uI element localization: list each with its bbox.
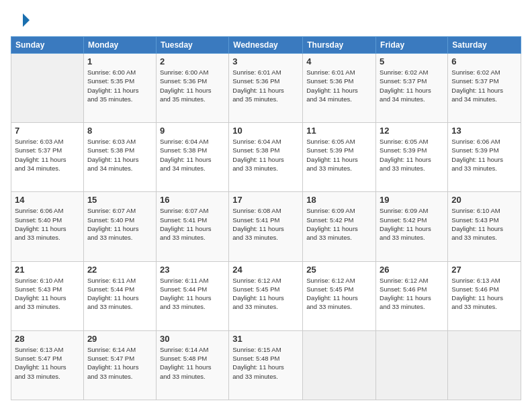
calendar-cell: 27Sunrise: 6:13 AM Sunset: 5:46 PM Dayli…: [448, 261, 521, 330]
day-number: 12: [380, 126, 444, 136]
calendar-cell: 13Sunrise: 6:06 AM Sunset: 5:39 PM Dayli…: [448, 123, 521, 192]
week-row-5: 28Sunrise: 6:13 AM Sunset: 5:47 PM Dayli…: [11, 330, 521, 400]
calendar-cell: 31Sunrise: 6:15 AM Sunset: 5:48 PM Dayli…: [229, 330, 303, 400]
calendar-table: SundayMondayTuesdayWednesdayThursdayFrid…: [11, 36, 521, 400]
day-number: 19: [380, 195, 444, 205]
weekday-friday: Friday: [376, 37, 448, 54]
day-info: Sunrise: 6:12 AM Sunset: 5:46 PM Dayligh…: [380, 276, 444, 312]
calendar-cell: 5Sunrise: 6:02 AM Sunset: 5:37 PM Daylig…: [376, 54, 448, 123]
day-info: Sunrise: 6:15 AM Sunset: 5:48 PM Dayligh…: [232, 345, 299, 381]
calendar-cell: 1Sunrise: 6:00 AM Sunset: 5:35 PM Daylig…: [83, 54, 156, 123]
day-number: 14: [15, 195, 80, 205]
day-info: Sunrise: 6:01 AM Sunset: 5:36 PM Dayligh…: [306, 68, 372, 103]
day-number: 25: [306, 265, 372, 275]
day-info: Sunrise: 6:06 AM Sunset: 5:39 PM Dayligh…: [451, 137, 517, 173]
calendar-cell: 7Sunrise: 6:03 AM Sunset: 5:37 PM Daylig…: [11, 123, 84, 192]
day-info: Sunrise: 6:00 AM Sunset: 5:36 PM Dayligh…: [160, 68, 225, 103]
day-number: 8: [87, 126, 152, 136]
calendar-cell: 6Sunrise: 6:02 AM Sunset: 5:37 PM Daylig…: [448, 54, 521, 123]
calendar-cell: 26Sunrise: 6:12 AM Sunset: 5:46 PM Dayli…: [376, 261, 448, 330]
day-number: 28: [15, 334, 80, 344]
calendar-cell: 18Sunrise: 6:09 AM Sunset: 5:42 PM Dayli…: [303, 192, 376, 261]
day-info: Sunrise: 6:09 AM Sunset: 5:42 PM Dayligh…: [380, 206, 444, 242]
day-info: Sunrise: 6:03 AM Sunset: 5:38 PM Dayligh…: [87, 137, 152, 173]
logo: [11, 11, 32, 30]
day-info: Sunrise: 6:04 AM Sunset: 5:38 PM Dayligh…: [232, 137, 299, 173]
day-number: 27: [451, 265, 517, 275]
calendar-cell: 24Sunrise: 6:12 AM Sunset: 5:45 PM Dayli…: [229, 261, 303, 330]
calendar-cell: [448, 330, 521, 400]
day-number: 16: [160, 195, 225, 205]
calendar-cell: 12Sunrise: 6:05 AM Sunset: 5:39 PM Dayli…: [376, 123, 448, 192]
day-number: 23: [160, 265, 225, 275]
day-number: 17: [232, 195, 299, 205]
day-info: Sunrise: 6:01 AM Sunset: 5:36 PM Dayligh…: [232, 68, 299, 103]
svg-marker-0: [23, 13, 30, 27]
calendar-cell: 25Sunrise: 6:12 AM Sunset: 5:45 PM Dayli…: [303, 261, 376, 330]
day-number: 5: [380, 56, 444, 66]
day-info: Sunrise: 6:00 AM Sunset: 5:35 PM Dayligh…: [87, 68, 152, 103]
calendar-cell: 10Sunrise: 6:04 AM Sunset: 5:38 PM Dayli…: [229, 123, 303, 192]
day-number: 21: [15, 265, 80, 275]
weekday-tuesday: Tuesday: [156, 37, 228, 54]
day-info: Sunrise: 6:03 AM Sunset: 5:37 PM Dayligh…: [15, 137, 80, 173]
day-number: 2: [160, 56, 225, 66]
day-info: Sunrise: 6:14 AM Sunset: 5:48 PM Dayligh…: [160, 345, 225, 381]
day-info: Sunrise: 6:07 AM Sunset: 5:41 PM Dayligh…: [160, 206, 225, 242]
week-row-2: 7Sunrise: 6:03 AM Sunset: 5:37 PM Daylig…: [11, 123, 521, 192]
day-info: Sunrise: 6:05 AM Sunset: 5:39 PM Dayligh…: [306, 137, 372, 173]
day-info: Sunrise: 6:11 AM Sunset: 5:44 PM Dayligh…: [160, 276, 225, 312]
calendar-cell: 3Sunrise: 6:01 AM Sunset: 5:36 PM Daylig…: [229, 54, 303, 123]
day-number: 4: [306, 56, 372, 66]
day-number: 22: [87, 265, 152, 275]
header: [11, 11, 521, 30]
calendar-cell: 9Sunrise: 6:04 AM Sunset: 5:38 PM Daylig…: [156, 123, 228, 192]
day-number: 3: [232, 56, 299, 66]
calendar-cell: 30Sunrise: 6:14 AM Sunset: 5:48 PM Dayli…: [156, 330, 228, 400]
weekday-thursday: Thursday: [303, 37, 376, 54]
day-number: 13: [451, 126, 517, 136]
day-number: 31: [232, 334, 299, 344]
logo-icon: [11, 11, 30, 30]
weekday-monday: Monday: [83, 37, 156, 54]
day-info: Sunrise: 6:05 AM Sunset: 5:39 PM Dayligh…: [380, 137, 444, 173]
calendar-cell: 15Sunrise: 6:07 AM Sunset: 5:40 PM Dayli…: [83, 192, 156, 261]
weekday-sunday: Sunday: [11, 37, 84, 54]
weekday-saturday: Saturday: [448, 37, 521, 54]
calendar-cell: 22Sunrise: 6:11 AM Sunset: 5:44 PM Dayli…: [83, 261, 156, 330]
calendar-page: SundayMondayTuesdayWednesdayThursdayFrid…: [0, 0, 532, 411]
weekday-header-row: SundayMondayTuesdayWednesdayThursdayFrid…: [11, 37, 521, 54]
day-number: 7: [15, 126, 80, 136]
calendar-cell: 23Sunrise: 6:11 AM Sunset: 5:44 PM Dayli…: [156, 261, 228, 330]
day-info: Sunrise: 6:04 AM Sunset: 5:38 PM Dayligh…: [160, 137, 225, 173]
calendar-cell: 11Sunrise: 6:05 AM Sunset: 5:39 PM Dayli…: [303, 123, 376, 192]
calendar-cell: 19Sunrise: 6:09 AM Sunset: 5:42 PM Dayli…: [376, 192, 448, 261]
week-row-1: 1Sunrise: 6:00 AM Sunset: 5:35 PM Daylig…: [11, 54, 521, 123]
day-number: 20: [451, 195, 517, 205]
day-info: Sunrise: 6:07 AM Sunset: 5:40 PM Dayligh…: [87, 206, 152, 242]
day-info: Sunrise: 6:12 AM Sunset: 5:45 PM Dayligh…: [232, 276, 299, 312]
day-number: 6: [451, 56, 517, 66]
calendar-cell: 16Sunrise: 6:07 AM Sunset: 5:41 PM Dayli…: [156, 192, 228, 261]
day-info: Sunrise: 6:02 AM Sunset: 5:37 PM Dayligh…: [380, 68, 444, 103]
calendar-cell: 14Sunrise: 6:06 AM Sunset: 5:40 PM Dayli…: [11, 192, 84, 261]
day-info: Sunrise: 6:08 AM Sunset: 5:41 PM Dayligh…: [232, 206, 299, 242]
day-info: Sunrise: 6:09 AM Sunset: 5:42 PM Dayligh…: [306, 206, 372, 242]
day-info: Sunrise: 6:11 AM Sunset: 5:44 PM Dayligh…: [87, 276, 152, 312]
day-number: 24: [232, 265, 299, 275]
calendar-cell: [376, 330, 448, 400]
calendar-cell: 20Sunrise: 6:10 AM Sunset: 5:43 PM Dayli…: [448, 192, 521, 261]
day-info: Sunrise: 6:10 AM Sunset: 5:43 PM Dayligh…: [15, 276, 80, 312]
day-number: 10: [232, 126, 299, 136]
day-info: Sunrise: 6:13 AM Sunset: 5:46 PM Dayligh…: [451, 276, 517, 312]
day-info: Sunrise: 6:06 AM Sunset: 5:40 PM Dayligh…: [15, 206, 80, 242]
day-number: 26: [380, 265, 444, 275]
day-number: 15: [87, 195, 152, 205]
calendar-cell: [11, 54, 84, 123]
day-number: 11: [306, 126, 372, 136]
weekday-wednesday: Wednesday: [229, 37, 303, 54]
calendar-cell: [303, 330, 376, 400]
calendar-cell: 4Sunrise: 6:01 AM Sunset: 5:36 PM Daylig…: [303, 54, 376, 123]
calendar-cell: 29Sunrise: 6:14 AM Sunset: 5:47 PM Dayli…: [83, 330, 156, 400]
day-info: Sunrise: 6:02 AM Sunset: 5:37 PM Dayligh…: [451, 68, 517, 103]
